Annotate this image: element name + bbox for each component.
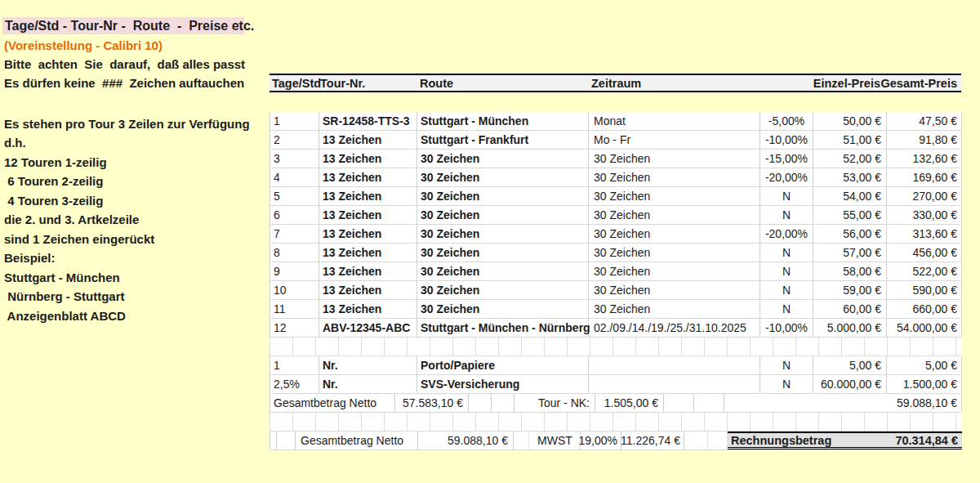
cell-tour-nr[interactable]: 13 Zeichen (319, 262, 417, 280)
cell-zeitraum[interactable]: 30 Zeichen (589, 300, 760, 318)
cell-gesamt-preis[interactable]: 1.500,00 € (887, 375, 962, 393)
cell-route[interactable]: 30 Zeichen (417, 244, 589, 262)
empty-cell[interactable] (277, 432, 296, 449)
cell-tour-nr[interactable]: 13 Zeichen (319, 168, 417, 186)
cell-einzel-preis[interactable]: 5,00 € (813, 356, 887, 374)
subtotal-total[interactable]: 59.088,10 € (724, 394, 962, 412)
cell-discount[interactable]: N (760, 262, 813, 280)
cell-einzel-preis[interactable]: 53,00 € (813, 168, 887, 186)
cell-einzel-preis[interactable]: 51,00 € (813, 131, 887, 149)
cell-tour-nr[interactable]: 13 Zeichen (319, 150, 417, 168)
subtotal-label[interactable]: Gesamtbetrag Netto (270, 394, 395, 412)
cell-route[interactable]: 30 Zeichen (417, 150, 589, 168)
invoice-total-cell[interactable]: Rechnungsbetrag 70.314,84 € (728, 432, 962, 449)
tour-nk-value[interactable]: 1.505,00 € (595, 394, 664, 412)
cell-route[interactable]: Stuttgart - München (417, 112, 589, 130)
cell-discount[interactable]: N (760, 281, 813, 299)
cell-zeitraum[interactable]: 30 Zeichen (589, 281, 760, 299)
cell-gesamt-preis[interactable]: 91,80 € (887, 131, 962, 149)
cell-einzel-preis[interactable]: 54,00 € (813, 187, 887, 205)
cell-einzel-preis[interactable]: 58,00 € (813, 262, 887, 280)
cell-gesamt-preis[interactable]: 522,00 € (887, 262, 962, 280)
cell-tage-std[interactable]: 1 (270, 356, 319, 374)
cell-route[interactable]: 30 Zeichen (417, 206, 589, 224)
cell-discount[interactable]: -20,00% (760, 225, 813, 243)
cell-route[interactable]: 30 Zeichen (417, 187, 589, 205)
cell-tage-std[interactable]: 9 (270, 262, 319, 280)
cell-zeitraum[interactable]: 30 Zeichen (589, 225, 760, 243)
cell-zeitraum[interactable]: Monat (589, 112, 760, 130)
cell-route[interactable]: 30 Zeichen (417, 300, 589, 318)
cell-discount[interactable]: N (760, 244, 813, 262)
cell-zeitraum[interactable]: 30 Zeichen (589, 244, 760, 262)
cell-gesamt-preis[interactable]: 313,60 € (887, 225, 962, 243)
subtotal-value[interactable]: 57.583,10 € (395, 394, 469, 412)
cell-tage-std[interactable]: 7 (270, 225, 319, 243)
cell-zeitraum[interactable]: 30 Zeichen (589, 187, 760, 205)
cell-zeitraum[interactable] (589, 356, 760, 374)
cell-tour-nr[interactable]: ABV-12345-ABC (319, 319, 417, 337)
mwst-value[interactable]: 11.226,74 € (621, 432, 684, 449)
cell-discount[interactable]: -15,00% (760, 150, 813, 168)
cell-gesamt-preis[interactable]: 590,00 € (887, 281, 962, 299)
final-net-value[interactable]: 59.088,10 € (418, 432, 514, 449)
cell-gesamt-preis[interactable]: 330,00 € (887, 206, 962, 224)
cell-gesamt-preis[interactable]: 5,00 € (887, 356, 962, 374)
cell-tour-nr[interactable]: 13 Zeichen (319, 225, 417, 243)
cell-einzel-preis[interactable]: 59,00 € (813, 281, 887, 299)
empty-cell[interactable] (469, 394, 492, 412)
cell-tour-nr[interactable]: 13 Zeichen (319, 300, 417, 318)
cell-discount[interactable]: -10,00% (760, 131, 813, 149)
cell-einzel-preis[interactable]: 60.000,00 € (813, 375, 887, 393)
empty-cell[interactable] (492, 394, 514, 412)
final-net-label[interactable]: Gesamtbetrag Netto (296, 432, 418, 449)
cell-zeitraum[interactable]: 02./09./14./19./25./31.10.2025 (589, 319, 760, 337)
cell-gesamt-preis[interactable]: 54.000,00 € (887, 319, 962, 337)
cell-gesamt-preis[interactable]: 456,00 € (887, 244, 962, 262)
empty-cell[interactable] (694, 394, 724, 412)
cell-tage-std[interactable]: 12 (270, 319, 319, 337)
cell-einzel-preis[interactable]: 57,00 € (813, 244, 887, 262)
empty-cell[interactable] (514, 432, 529, 449)
cell-route[interactable]: 30 Zeichen (417, 225, 589, 243)
cell-tage-std[interactable]: 3 (270, 150, 319, 168)
cell-route[interactable]: Porto/Papiere (417, 356, 589, 374)
cell-discount[interactable]: N (760, 375, 813, 393)
empty-cell[interactable] (270, 432, 277, 449)
cell-zeitraum[interactable] (589, 375, 760, 393)
cell-tage-std[interactable]: 8 (270, 244, 319, 262)
cell-discount[interactable]: N (760, 300, 813, 318)
cell-einzel-preis[interactable]: 50,00 € (813, 112, 887, 130)
empty-cell[interactable] (684, 432, 708, 449)
cell-tage-std[interactable]: 4 (270, 168, 319, 186)
mwst-label[interactable]: MWST (529, 432, 581, 449)
cell-zeitraum[interactable]: 30 Zeichen (589, 168, 760, 186)
cell-einzel-preis[interactable]: 52,00 € (813, 150, 887, 168)
cell-tage-std[interactable]: 1 (270, 112, 319, 130)
cell-discount[interactable]: N (760, 356, 813, 374)
cell-tour-nr[interactable]: Nr. (319, 375, 417, 393)
cell-gesamt-preis[interactable]: 660,00 € (887, 300, 962, 318)
cell-einzel-preis[interactable]: 56,00 € (813, 225, 887, 243)
cell-tage-std[interactable]: 6 (270, 206, 319, 224)
mwst-rate[interactable]: 19,00% (581, 432, 621, 449)
cell-gesamt-preis[interactable]: 270,00 € (887, 187, 962, 205)
cell-einzel-preis[interactable]: 5.000,00 € (813, 319, 887, 337)
cell-route[interactable]: 30 Zeichen (417, 262, 589, 280)
cell-gesamt-preis[interactable]: 169,60 € (887, 168, 962, 186)
cell-tour-nr[interactable]: 13 Zeichen (319, 206, 417, 224)
cell-tage-std[interactable]: 2 (270, 131, 319, 149)
cell-route[interactable]: Stuttgart - Frankfurt (417, 131, 589, 149)
empty-cell[interactable] (664, 394, 694, 412)
cell-tour-nr[interactable]: 13 Zeichen (319, 187, 417, 205)
cell-discount[interactable]: -20,00% (760, 168, 813, 186)
cell-discount[interactable]: N (760, 206, 813, 224)
cell-tour-nr[interactable]: 13 Zeichen (319, 131, 417, 149)
tour-nk-label[interactable]: Tour - NK: (514, 394, 595, 412)
cell-tage-std[interactable]: 2,5% (270, 375, 319, 393)
cell-zeitraum[interactable]: 30 Zeichen (589, 206, 760, 224)
cell-route[interactable]: 30 Zeichen (417, 281, 589, 299)
cell-route[interactable]: Stuttgart - München - Nürnberg (417, 319, 589, 337)
cell-tage-std[interactable]: 5 (270, 187, 319, 205)
cell-gesamt-preis[interactable]: 132,60 € (887, 150, 962, 168)
